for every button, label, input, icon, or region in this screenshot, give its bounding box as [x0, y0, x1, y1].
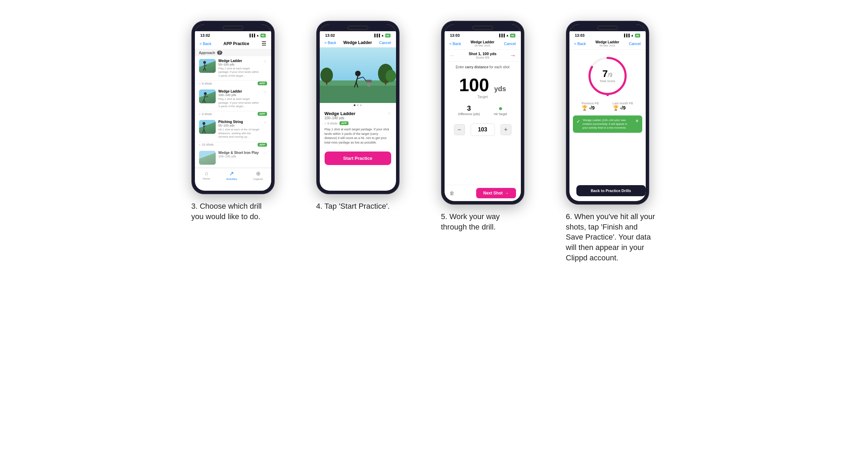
bottom-action-bar-5: 🗑 Next Shot →	[445, 185, 521, 201]
back-to-drills-button[interactable]: Back to Practice Drills	[576, 185, 646, 196]
status-bar-3: 13:02 ▐▐▐ ▲ 46	[195, 31, 271, 39]
toast-close-button[interactable]: ✕	[635, 118, 639, 124]
svg-line-9	[205, 96, 208, 97]
phone-screen-6: 13:03 ▐▐▐ ▲ 46 < Back Wedge Ladder 06 Ma…	[569, 24, 646, 201]
section-header-3: Approach 7	[195, 49, 271, 56]
status-bar-5: 13:03 ▐▐▐ ▲ 46	[445, 31, 521, 39]
svg-line-7	[203, 100, 204, 103]
nav-back-5[interactable]: < Back	[449, 42, 461, 46]
phone-frame-5: 13:03 ▐▐▐ ▲ 46 < Back Wedge Ladder 06 Ma…	[441, 21, 524, 205]
status-icons-6: ▐▐▐ ▲ 46	[623, 34, 640, 37]
drill-item-2[interactable]: Pitching String 55–100 yds Hit 1 shot at…	[195, 117, 271, 142]
target-yds-value: 100	[459, 75, 489, 95]
score-circle-container: 7/9 Total Score	[569, 50, 646, 100]
phone-section-5: 13:03 ▐▐▐ ▲ 46 < Back Wedge Ladder 06 Ma…	[441, 21, 552, 232]
distance-input[interactable]	[471, 123, 495, 136]
svg-point-10	[203, 122, 205, 125]
nav-cancel-5[interactable]: Cancel	[504, 42, 516, 46]
success-toast-6: ✓ 'Wedge Ladder (100–140 yds)' was creat…	[573, 115, 642, 133]
nav-bar-3: < Back APP Practice ☰	[195, 39, 271, 49]
caption-4: 4. Tap 'Start Practice'.	[316, 201, 390, 211]
svg-point-22	[386, 70, 396, 82]
prev-shot-arrow[interactable]: ←	[449, 52, 456, 59]
phone-section-6: 13:03 ▐▐▐ ▲ 46 < Back Wedge Ladder 06 Ma…	[566, 21, 677, 263]
svg-point-0	[203, 61, 206, 64]
page-container: 13:02 ▐▐▐ ▲ 46 < Back APP Practice ☰ App…	[191, 21, 677, 263]
hit-target-block: ● Hit Target	[494, 104, 507, 116]
target-label-5: Target	[445, 95, 521, 99]
svg-line-13	[204, 130, 205, 133]
svg-rect-17	[320, 86, 396, 103]
phone-frame-6: 13:03 ▐▐▐ ▲ 46 < Back Wedge Ladder 06 Ma…	[566, 21, 649, 205]
bottom-nav-3: ⌂ Home ↗ Activities ⊕ Capture	[195, 168, 271, 182]
delete-shot-button[interactable]: 🗑	[449, 190, 454, 196]
svg-rect-19	[326, 80, 327, 85]
hit-target-indicator: ●	[494, 104, 507, 112]
drill-thumb-3	[199, 151, 216, 165]
detail-card-4: Wedge Ladder 100–140 yds ☆ ○ 9 shots APP…	[320, 107, 396, 148]
nav-back-6[interactable]: < Back	[574, 42, 586, 46]
caption-6: 6. When you've hit all your shots, tap '…	[566, 211, 656, 263]
nav-cancel-6[interactable]: Cancel	[629, 42, 641, 46]
pb-row-6: Previous PB 🏆 -/9 Last month PB 🏆 -/9	[569, 100, 646, 113]
drill-item-1[interactable]: Wedge Ladder 100–140 yds Play 1 shot at …	[195, 87, 271, 111]
bookmark-icon-0[interactable]: ☆	[263, 59, 267, 64]
nav-title-4: Wedge Ladder	[343, 40, 372, 45]
status-icons-4: ▐▐▐ ▲ 46	[373, 34, 390, 37]
bookmark-icon-3[interactable]: ☆	[263, 151, 267, 156]
nav-bar-6: < Back Wedge Ladder 06 Mar 2023 Cancel	[569, 39, 646, 50]
drill-info-3: Wedge & Short Iron Play 100–140 yds	[218, 151, 260, 158]
nav-back-4[interactable]: < Back	[325, 41, 336, 45]
caption-3: 3. Choose which drill you would like to …	[191, 201, 275, 222]
start-practice-button[interactable]: Start Practice	[325, 152, 391, 165]
bookmark-icon-2[interactable]: ☆	[263, 120, 267, 125]
status-bar-4: 13:02 ▐▐▐ ▲ 46	[320, 31, 396, 39]
nav-bar-5: < Back Wedge Ladder 06 Mar 2023 Cancel	[445, 39, 521, 50]
svg-rect-21	[385, 80, 386, 85]
carry-instruction: Enter carry distance for each shot	[445, 62, 521, 70]
bottom-nav-capture[interactable]: ⊕ Capture	[253, 170, 263, 181]
trophy-icon-1: 🏆	[582, 105, 587, 111]
detail-title-row-4: Wedge Ladder 100–140 yds ☆	[325, 111, 391, 120]
bookmark-icon-1[interactable]: ☆	[263, 89, 267, 94]
status-time-5: 13:03	[450, 33, 460, 37]
status-icons-3: ▐▐▐ ▲ 46	[249, 34, 266, 37]
target-unit: yds	[494, 85, 506, 93]
svg-rect-30	[366, 80, 372, 83]
drill-meta-2: ○ 10 shots APP	[195, 142, 271, 148]
drill-item-0[interactable]: Wedge Ladder 50–100 yds Play 1 shot at e…	[195, 56, 271, 81]
drill-meta-1: ○ 9 shots APP	[195, 111, 271, 117]
bookmark-icon-detail[interactable]: ☆	[387, 111, 391, 116]
dot-1	[354, 104, 355, 106]
score-label: Score 5/9	[469, 56, 496, 59]
status-time-4: 13:02	[325, 33, 335, 37]
svg-point-5	[204, 92, 207, 95]
svg-point-23	[355, 71, 361, 76]
target-display-5: 100 yds Target	[445, 70, 521, 100]
status-icons-5: ▐▐▐ ▲ 46	[498, 34, 515, 37]
svg-point-33	[606, 93, 609, 96]
next-shot-arrow[interactable]: →	[510, 52, 516, 59]
svg-line-8	[204, 100, 205, 103]
status-time-3: 13:02	[200, 33, 210, 37]
decrement-button[interactable]: −	[454, 124, 465, 135]
svg-line-4	[205, 68, 206, 71]
phone-frame-3: 13:02 ▐▐▐ ▲ 46 < Back APP Practice ☰ App…	[191, 21, 275, 194]
toast-check-icon: ✓	[576, 118, 581, 125]
nav-back-3[interactable]: < Back	[200, 42, 212, 46]
previous-pb-block: Previous PB 🏆 -/9	[582, 102, 599, 111]
nav-menu-3[interactable]: ☰	[261, 40, 266, 47]
dot-2	[357, 104, 359, 106]
drill-item-3[interactable]: Wedge & Short Iron Play 100–140 yds ☆	[195, 148, 271, 168]
increment-button[interactable]: +	[500, 124, 512, 135]
nav-cancel-4[interactable]: Cancel	[379, 41, 391, 45]
phone-screen-3: 13:02 ▐▐▐ ▲ 46 < Back APP Practice ☰ App…	[195, 24, 271, 191]
drill-info-2: Pitching String 55–100 yds Hit 1 shot at…	[218, 120, 260, 139]
shot-label: Shot 1, 100 yds	[469, 52, 496, 56]
bottom-nav-home[interactable]: ⌂ Home	[203, 170, 210, 181]
drill-thumb-0	[199, 59, 216, 73]
drill-info-0: Wedge Ladder 50–100 yds Play 1 shot at e…	[218, 59, 260, 78]
next-shot-button[interactable]: Next Shot →	[476, 188, 516, 198]
phone-section-4: 13:02 ▐▐▐ ▲ 46 < Back Wedge Ladder Cance…	[316, 21, 427, 211]
bottom-nav-activities[interactable]: ↗ Activities	[226, 170, 237, 181]
